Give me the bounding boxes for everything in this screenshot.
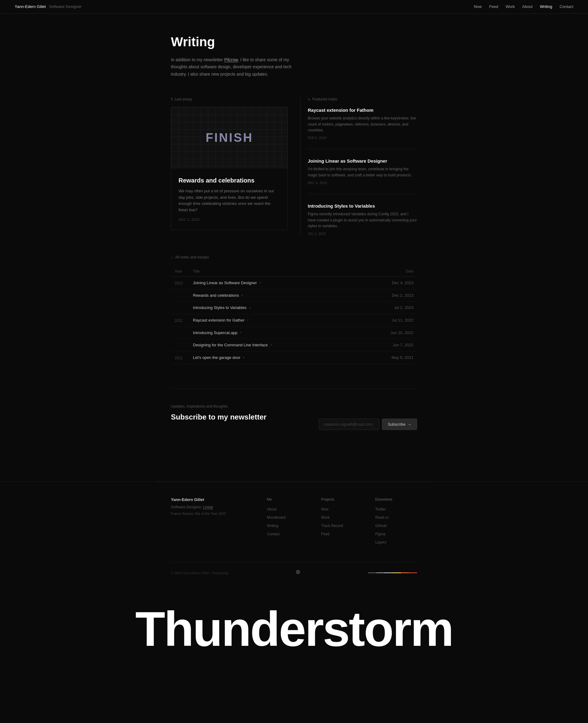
year-cell <box>171 339 189 352</box>
footer-contact-link[interactable]: Contact <box>267 532 280 536</box>
newsletter-link[interactable]: Pilcrow <box>224 57 238 62</box>
nav-link-feed[interactable]: Feed <box>489 4 498 10</box>
navigation: Yann-Edern Gillet Software Designer Now … <box>0 0 588 14</box>
note-link[interactable]: Introducing Supercat.app ↗ <box>193 330 354 336</box>
footer-elsewhere-title: Elsewhere <box>375 497 417 502</box>
subscribe-arrow-icon: → <box>407 422 411 427</box>
nav-link-about[interactable]: About <box>522 4 532 10</box>
date-cell: Dec 2, 2023 <box>358 289 417 302</box>
paragraph-icon: ¶ <box>171 97 173 102</box>
featured-note-item[interactable]: Raycast extension for Fathom Browse your… <box>308 107 417 149</box>
footer-projects-links: Now Work Track Record Feed <box>321 506 363 537</box>
wordmark: Thunderstorm <box>0 604 588 654</box>
essay-image: FINISH <box>171 107 288 168</box>
footer-me-col: Me About Moodboard Writing Contact <box>267 497 309 547</box>
down-arrow-icon: ↓ <box>171 254 173 260</box>
note-link[interactable]: Introducing Styles to Variables ↗ <box>193 305 354 311</box>
table-row[interactable]: Introducing Supercat.app ↗ Jun 10, 2022 <box>171 326 417 339</box>
newsletter-email-input[interactable] <box>319 419 379 430</box>
table-row[interactable]: 2021 Let's open the garage door ↗ May 6,… <box>171 351 417 364</box>
footer-social <box>296 570 300 576</box>
last-essay-label-text: Last essay <box>174 97 192 102</box>
external-link-icon: ↗ <box>242 355 245 360</box>
note-link[interactable]: Raycast extension for Gather ↗ <box>193 317 354 323</box>
note-link[interactable]: Joining Linear as Software Designer ↗ <box>193 280 354 286</box>
external-link-icon: ↗ <box>248 305 251 310</box>
newsletter-title: Subscribe to my newsletter <box>171 411 267 423</box>
subscribe-button[interactable]: Subscribe → <box>382 419 417 430</box>
title-cell: Raycast extension for Gather ↗ <box>189 314 358 326</box>
note-title: Introducing Styles to Variables <box>308 203 417 210</box>
table-row[interactable]: 2022 Raycast extension for Gather ↗ Jul … <box>171 314 417 326</box>
note-link[interactable]: Rewards and celebrations ↗ <box>193 293 354 299</box>
writing-hero: Writing In addition to my newsletter Pil… <box>171 32 417 78</box>
essay-title: Rewards and celebrations <box>178 176 280 185</box>
page-title: Writing <box>171 32 417 51</box>
footer-layers-link[interactable]: Layers <box>375 540 386 545</box>
external-link-icon: ↗ <box>270 343 272 347</box>
footer-me-links: About Moodboard Writing Contact <box>267 506 309 537</box>
writing-description: In addition to my newsletter Pilcrow, I … <box>171 56 293 78</box>
external-link-icon: ↗ <box>259 280 261 285</box>
footer-grid: Yann-Edern Gillet Software Designer, Lin… <box>171 497 417 547</box>
year-cell <box>171 302 189 314</box>
title-cell: Let's open the garage door ↗ <box>189 351 358 364</box>
note-title: Joining Linear as Software Designer <box>308 158 417 165</box>
note-title: Raycast extension for Fathom <box>308 107 417 114</box>
note-date: FEB 5, 2024 <box>308 136 417 140</box>
essay-image-text: FINISH <box>206 128 253 147</box>
title-cell: Joining Linear as Software Designer ↗ <box>189 277 358 289</box>
table-row[interactable]: 2023 Joining Linear as Software Designer… <box>171 277 417 289</box>
footer-projects-col: Projects Now Work Track Record Feed <box>321 497 363 547</box>
subscribe-label: Subscribe <box>388 422 405 427</box>
footer-feed-link[interactable]: Feed <box>321 532 329 536</box>
nav-links: Now Feed Work About Writing Contact <box>474 4 573 10</box>
reply-icon: ↳ <box>308 97 311 102</box>
footer-writing-link[interactable]: Writing <box>267 524 278 528</box>
footer-twitter-link[interactable]: Twitter <box>375 507 386 511</box>
nav-link-now[interactable]: Now <box>474 4 482 10</box>
date-cell: Jul 2, 2023 <box>358 302 417 314</box>
table-row[interactable]: Introducing Styles to Variables ↗ Jul 2,… <box>171 302 417 314</box>
notes-table: Year Title Date 2023 Joining Linear as S… <box>171 266 417 364</box>
footer-about-link[interactable]: About <box>267 507 276 511</box>
footer-readcv-link[interactable]: Read.cv <box>375 515 388 520</box>
footer-now-link[interactable]: Now <box>321 507 328 511</box>
featured-note-item[interactable]: Introducing Styles to Variables Figma re… <box>308 203 417 236</box>
nav-link-contact[interactable]: Contact <box>560 4 573 10</box>
footer-linear-link[interactable]: Linear <box>203 505 213 509</box>
newsletter-form: Subscribe → <box>319 419 417 430</box>
note-date: JUL 2, 2023 <box>308 232 417 236</box>
nav-brand: Yann-Edern Gillet Software Designer <box>15 4 82 10</box>
last-essay-label: ¶ Last essay <box>171 97 288 102</box>
featured-notes-col: ↳ Featured notes Raycast extension for F… <box>300 97 417 236</box>
note-link[interactable]: Let's open the garage door ↗ <box>193 355 354 361</box>
footer-brand-col: Yann-Edern Gillet Software Designer, Lin… <box>171 497 255 547</box>
external-link-icon: ↗ <box>239 331 241 335</box>
title-cell: Introducing Styles to Variables ↗ <box>189 302 358 314</box>
last-essay-col: ¶ Last essay FINISH Rewards and celebrat… <box>171 97 288 236</box>
nav-link-writing[interactable]: Writing <box>540 4 552 10</box>
essay-card[interactable]: FINISH Rewards and celebrations We may o… <box>171 107 288 230</box>
featured-notes-list: Raycast extension for Fathom Browse your… <box>308 107 417 236</box>
table-row[interactable]: Designing for the Command Line Interface… <box>171 339 417 352</box>
featured-note-item[interactable]: Joining Linear as Software Designer I'm … <box>308 158 417 194</box>
social-icon <box>296 570 300 574</box>
note-link[interactable]: Designing for the Command Line Interface… <box>193 342 354 348</box>
footer-moodboard-link[interactable]: Moodboard <box>267 515 286 520</box>
footer-role-text: Software Designer, <box>171 505 203 509</box>
brand-role: Software Designer <box>49 4 82 10</box>
footer-bottom: © 2024 Yann-Edern Gillet · Changelog <box>171 562 417 576</box>
all-notes-label: All notes and essays <box>175 254 209 260</box>
nav-link-work[interactable]: Work <box>506 4 515 10</box>
footer-figma-link[interactable]: Figma <box>375 532 385 536</box>
featured-notes-label-text: Featured notes <box>312 97 337 102</box>
notes-table-body: 2023 Joining Linear as Software Designer… <box>171 277 417 364</box>
newsletter-small: Updates, inspirations and thoughts. <box>171 404 267 409</box>
essay-body: Rewards and celebrations We may often pu… <box>171 168 288 230</box>
footer-track-record-link[interactable]: Track Record <box>321 524 343 528</box>
table-row[interactable]: Rewards and celebrations ↗ Dec 2, 2023 <box>171 289 417 302</box>
footer-work-link[interactable]: Work <box>321 515 330 520</box>
external-link-icon: ↗ <box>241 293 243 298</box>
footer-github-link[interactable]: GitHub <box>375 524 386 528</box>
